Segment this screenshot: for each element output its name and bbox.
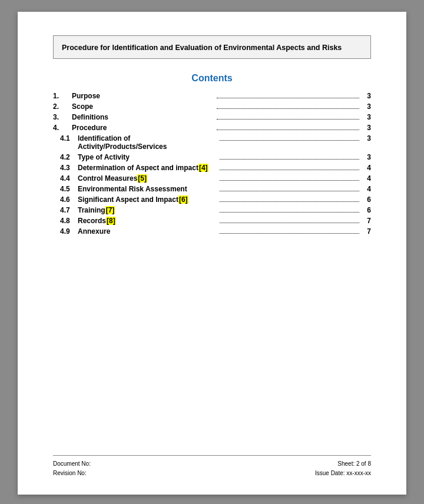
toc-num: 4.7 [53, 206, 78, 214]
toc-num: 3. [53, 113, 72, 121]
issue-label: Issue Date: xx-xxx-xx [315, 470, 371, 476]
highlight-8: [8] [106, 217, 116, 225]
toc-page: 6 [362, 206, 371, 214]
toc-page: 6 [362, 195, 371, 204]
toc-num: 4. [53, 124, 72, 132]
toc-label: Scope [72, 102, 214, 111]
toc-list: 1. Purpose 3 2. Scope 3 3. Definitions 3 [53, 92, 371, 236]
toc-label: Records [8] [78, 217, 217, 225]
toc-item-procedure: 4. Procedure 3 [53, 124, 371, 132]
rev-no-label: Revision No: [53, 470, 87, 476]
toc-label: Control Measures [5] [78, 174, 217, 183]
toc-page: 4 [362, 164, 371, 172]
toc-num: 4.3 [53, 164, 78, 172]
toc-label: Annexure [78, 227, 217, 236]
toc-num: 4.9 [53, 227, 78, 236]
toc-dots [220, 201, 359, 202]
toc-page: 3 [362, 102, 371, 111]
toc-dots [220, 233, 359, 234]
doc-no-label: Document No: [53, 460, 91, 467]
toc-num: 4.6 [53, 195, 78, 204]
toc-dots [220, 170, 359, 170]
toc-dots [220, 140, 359, 141]
highlight-4: [4] [198, 164, 208, 172]
toc-num: 4.2 [53, 153, 78, 161]
footer-left: Document No: Revision No: [53, 459, 91, 478]
toc-dots [217, 108, 359, 109]
toc-num: 2. [53, 102, 72, 111]
toc-num: 4.1 [53, 134, 78, 142]
toc-page: 3 [362, 92, 371, 100]
page-footer: Document No: Revision No: Sheet: 2 of 8 … [53, 455, 371, 478]
document-page: Procedure for Identification and Evaluat… [18, 12, 406, 495]
toc-dots [220, 191, 359, 191]
toc-page: 4 [362, 174, 371, 183]
toc-page: 7 [362, 217, 371, 225]
highlight-6: [6] [178, 195, 188, 204]
toc-item-4-6: 4.6 Significant Aspect and Impact [6] 6 [53, 195, 371, 204]
toc-label: Identification of Activity/Products/Serv… [78, 134, 217, 151]
toc-num: 4.8 [53, 217, 78, 225]
footer-right: Sheet: 2 of 8 Issue Date: xx-xxx-xx [315, 459, 371, 478]
toc-item-scope: 2. Scope 3 [53, 102, 371, 111]
toc-page: 3 [362, 113, 371, 121]
toc-page: 7 [362, 227, 371, 236]
toc-label: Definitions [72, 113, 214, 121]
toc-dots [217, 98, 359, 98]
toc-item-4-3: 4.3 Determination of Aspect and impact [… [53, 164, 371, 172]
content-area: Contents 1. Purpose 3 2. Scope 3 3. Defi… [53, 73, 371, 236]
highlight-7: [7] [105, 206, 115, 214]
toc-dots [217, 130, 359, 130]
toc-item-purpose: 1. Purpose 3 [53, 92, 371, 100]
toc-dots [220, 223, 359, 223]
toc-item-definitions: 3. Definitions 3 [53, 113, 371, 121]
header-title: Procedure for Identification and Evaluat… [62, 44, 342, 52]
toc-page: 3 [362, 134, 371, 142]
toc-label: Significant Aspect and Impact [6] [78, 195, 217, 204]
toc-num: 1. [53, 92, 72, 100]
toc-item-4-5: 4.5 Environmental Risk Assessment 4 [53, 185, 371, 193]
toc-label: Determination of Aspect and impact [4] [78, 164, 217, 172]
highlight-5: [5] [137, 174, 147, 183]
toc-label: Type of Activity [78, 153, 217, 161]
toc-dots [220, 212, 359, 213]
contents-heading: Contents [53, 73, 371, 84]
toc-label: Purpose [72, 92, 214, 100]
toc-label: Environmental Risk Assessment [78, 185, 217, 193]
toc-dots [220, 159, 359, 160]
toc-item-4-2: 4.2 Type of Activity 3 [53, 153, 371, 161]
toc-item-4-9: 4.9 Annexure 7 [53, 227, 371, 236]
toc-item-4-7: 4.7 Training [7] 6 [53, 206, 371, 214]
toc-page: 3 [362, 124, 371, 132]
toc-dots [220, 180, 359, 181]
toc-item-4-8: 4.8 Records [8] 7 [53, 217, 371, 225]
toc-item-4-4: 4.4 Control Measures [5] 4 [53, 174, 371, 183]
toc-item-4-1: 4.1 Identification of Activity/Products/… [53, 134, 371, 151]
toc-dots [217, 119, 359, 120]
toc-page: 3 [362, 153, 371, 161]
toc-num: 4.5 [53, 185, 78, 193]
sheet-label: Sheet: 2 of 8 [337, 460, 371, 467]
toc-page: 4 [362, 185, 371, 193]
toc-label: Procedure [72, 124, 214, 132]
toc-num: 4.4 [53, 174, 78, 183]
toc-label: Training [7] [78, 206, 217, 214]
header-box: Procedure for Identification and Evaluat… [53, 35, 371, 59]
